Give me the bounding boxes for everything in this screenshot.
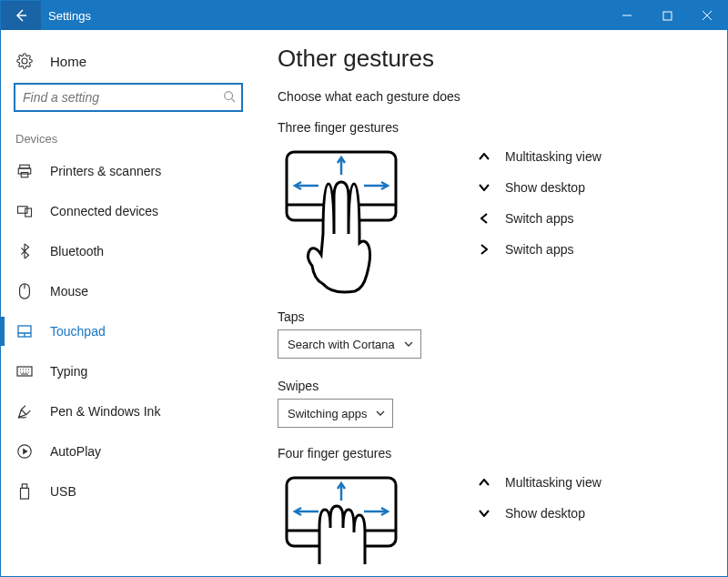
usb-icon [15,483,34,500]
taps-dropdown[interactable]: Search with Cortana [278,329,421,359]
gear-icon [15,53,34,69]
four-finger-header: Four finger gestures [278,446,711,461]
sidebar-item-label: Pen & Windows Ink [50,404,160,419]
sidebar-item-label: Printers & scanners [50,164,161,178]
gesture-right: Switch apps [478,242,602,257]
gesture-down: Show desktop [478,506,602,521]
sidebar-item-label: Typing [50,364,87,379]
gesture-up: Multitasking view [478,149,602,164]
gesture-label: Switch apps [505,211,573,226]
maximize-button[interactable] [647,1,687,30]
sidebar-item-mouse[interactable]: Mouse [8,271,248,311]
sidebar-item-usb[interactable]: USB [8,471,248,511]
sidebar-item-label: Mouse [50,284,88,299]
pen-icon [15,403,34,420]
back-button[interactable] [1,1,41,30]
svg-rect-6 [25,208,32,217]
chevron-up-icon [478,153,490,160]
gesture-label: Multitasking view [505,149,602,164]
search-icon [223,90,236,103]
touchpad-icon [15,325,34,338]
autoplay-icon [15,443,34,460]
gesture-label: Multitasking view [505,475,602,490]
gesture-down: Show desktop [478,180,602,195]
content-pane: Other gestures Choose what each gesture … [256,30,727,576]
chevron-down-icon [478,510,490,517]
printer-icon [15,163,34,179]
gesture-up: Multitasking view [478,475,602,490]
svg-rect-11 [22,484,26,489]
chevron-right-icon [478,244,490,255]
window-title: Settings [41,9,607,23]
sidebar: Home Devices Printers & scanners Connect… [1,30,256,576]
sidebar-item-label: Connected devices [50,204,158,218]
search-input[interactable] [14,83,243,112]
four-finger-diagram [278,473,423,564]
home-label: Home [50,54,86,69]
sidebar-item-touchpad[interactable]: Touchpad [8,311,248,351]
sidebar-group-header: Devices [8,128,248,151]
close-icon [702,10,713,21]
dropdown-value: Switching apps [288,407,367,420]
gesture-left: Switch apps [478,211,602,226]
sidebar-item-connected-devices[interactable]: Connected devices [8,191,248,231]
chevron-down-icon [404,341,413,347]
home-button[interactable]: Home [8,43,248,79]
chevron-left-icon [478,213,490,224]
bluetooth-icon [15,243,34,259]
three-finger-header: Three finger gestures [278,120,711,135]
sidebar-item-autoplay[interactable]: AutoPlay [8,431,248,471]
dropdown-value: Search with Cortana [288,338,395,351]
chevron-down-icon [478,184,490,191]
arrow-left-icon [14,8,28,23]
taps-label: Taps [278,309,711,324]
minimize-button[interactable] [607,1,647,30]
sidebar-item-label: Bluetooth [50,244,104,258]
sidebar-item-label: AutoPlay [50,444,101,459]
sidebar-item-pen[interactable]: Pen & Windows Ink [8,391,248,431]
gesture-label: Show desktop [505,506,585,521]
gesture-label: Show desktop [505,180,585,195]
sidebar-item-label: USB [50,484,76,499]
gesture-label: Switch apps [505,242,573,257]
swipes-label: Swipes [278,379,711,393]
sidebar-item-bluetooth[interactable]: Bluetooth [8,231,248,271]
svg-rect-5 [18,207,28,214]
page-description: Choose what each gesture does [278,89,711,104]
swipes-dropdown[interactable]: Switching apps [278,399,393,428]
close-button[interactable] [687,1,727,30]
svg-point-1 [225,92,233,100]
sidebar-item-printers[interactable]: Printers & scanners [8,151,248,191]
svg-rect-12 [21,488,29,499]
devices-icon [15,203,34,219]
keyboard-icon [15,366,34,377]
sidebar-item-label: Touchpad [50,324,106,339]
page-title: Other gestures [278,45,711,73]
svg-rect-4 [21,173,28,177]
three-finger-diagram [278,147,423,302]
chevron-up-icon [478,479,490,486]
chevron-down-icon [376,410,385,416]
minimize-icon [622,10,632,21]
sidebar-item-typing[interactable]: Typing [8,351,248,391]
svg-rect-0 [663,12,672,20]
mouse-icon [15,283,34,299]
title-bar: Settings [1,1,727,30]
svg-rect-3 [18,168,31,174]
maximize-icon [662,11,672,21]
